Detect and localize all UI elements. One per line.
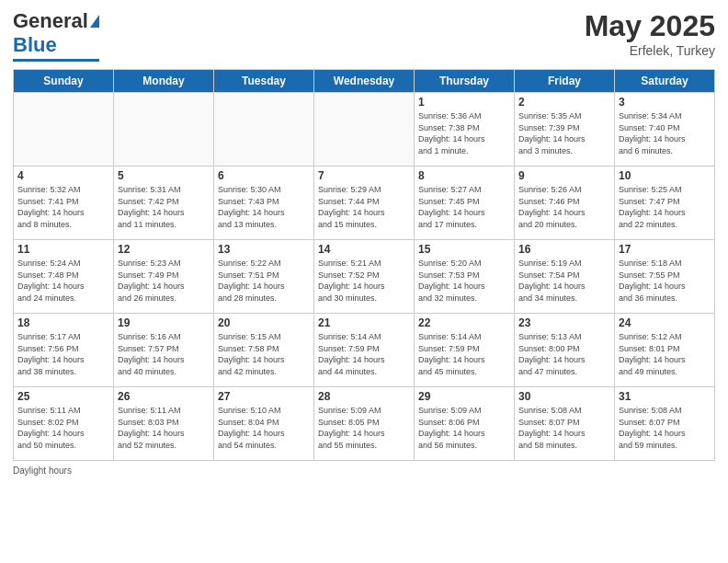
day-info: Sunrise: 5:24 AM Sunset: 7:48 PM Dayligh… [17, 258, 109, 304]
col-thursday: Thursday [415, 70, 515, 93]
day-info: Sunrise: 5:25 AM Sunset: 7:47 PM Dayligh… [619, 184, 711, 230]
day-info: Sunrise: 5:10 AM Sunset: 8:04 PM Dayligh… [218, 405, 310, 451]
day-number: 5 [118, 169, 210, 182]
table-row: 2Sunrise: 5:35 AM Sunset: 7:39 PM Daylig… [515, 93, 615, 167]
day-number: 4 [17, 169, 109, 182]
table-row: 20Sunrise: 5:15 AM Sunset: 7:58 PM Dayli… [214, 314, 314, 387]
table-row: 28Sunrise: 5:09 AM Sunset: 8:05 PM Dayli… [314, 387, 415, 461]
day-number: 31 [619, 390, 711, 403]
table-row: 11Sunrise: 5:24 AM Sunset: 7:48 PM Dayli… [14, 240, 114, 314]
logo-underline [13, 59, 99, 62]
day-number: 16 [518, 243, 610, 256]
day-number: 10 [619, 169, 711, 182]
logo-blue-text: Blue [13, 33, 57, 57]
footer-text: Daylight hours [13, 465, 72, 476]
logo: General Blue [13, 9, 99, 62]
col-sunday: Sunday [14, 70, 114, 93]
table-row: 12Sunrise: 5:23 AM Sunset: 7:49 PM Dayli… [114, 240, 214, 314]
day-number: 1 [418, 96, 510, 109]
table-row: 22Sunrise: 5:14 AM Sunset: 7:59 PM Dayli… [415, 314, 515, 387]
table-row: 7Sunrise: 5:29 AM Sunset: 7:44 PM Daylig… [314, 167, 415, 240]
header: General Blue May 2025 Erfelek, Turkey [13, 9, 715, 62]
table-row: 26Sunrise: 5:11 AM Sunset: 8:03 PM Dayli… [114, 387, 214, 461]
day-number: 29 [418, 390, 510, 403]
day-info: Sunrise: 5:15 AM Sunset: 7:58 PM Dayligh… [218, 331, 310, 377]
table-row: 5Sunrise: 5:31 AM Sunset: 7:42 PM Daylig… [114, 167, 214, 240]
day-number: 22 [418, 316, 510, 329]
table-row: 14Sunrise: 5:21 AM Sunset: 7:52 PM Dayli… [314, 240, 415, 314]
calendar-week-1: 1Sunrise: 5:36 AM Sunset: 7:38 PM Daylig… [14, 93, 715, 167]
table-row: 13Sunrise: 5:22 AM Sunset: 7:51 PM Dayli… [214, 240, 314, 314]
day-info: Sunrise: 5:13 AM Sunset: 8:00 PM Dayligh… [518, 331, 610, 377]
logo-general-text: General [13, 9, 88, 33]
day-number: 28 [318, 390, 410, 403]
footer: Daylight hours [13, 465, 715, 476]
col-saturday: Saturday [615, 70, 715, 93]
day-number: 2 [518, 96, 610, 109]
calendar-title: May 2025 [585, 9, 715, 43]
day-info: Sunrise: 5:16 AM Sunset: 7:57 PM Dayligh… [118, 331, 210, 377]
table-row: 6Sunrise: 5:30 AM Sunset: 7:43 PM Daylig… [214, 167, 314, 240]
table-row: 15Sunrise: 5:20 AM Sunset: 7:53 PM Dayli… [415, 240, 515, 314]
col-friday: Friday [515, 70, 615, 93]
day-number: 14 [318, 243, 410, 256]
table-row: 23Sunrise: 5:13 AM Sunset: 8:00 PM Dayli… [515, 314, 615, 387]
table-row [314, 93, 415, 167]
calendar-location: Erfelek, Turkey [585, 43, 715, 58]
day-number: 13 [218, 243, 310, 256]
day-info: Sunrise: 5:27 AM Sunset: 7:45 PM Dayligh… [418, 184, 510, 230]
day-info: Sunrise: 5:08 AM Sunset: 8:07 PM Dayligh… [619, 405, 711, 451]
day-number: 30 [518, 390, 610, 403]
table-row: 18Sunrise: 5:17 AM Sunset: 7:56 PM Dayli… [14, 314, 114, 387]
table-row: 24Sunrise: 5:12 AM Sunset: 8:01 PM Dayli… [615, 314, 715, 387]
day-number: 12 [118, 243, 210, 256]
day-info: Sunrise: 5:17 AM Sunset: 7:56 PM Dayligh… [17, 331, 109, 377]
table-row: 9Sunrise: 5:26 AM Sunset: 7:46 PM Daylig… [515, 167, 615, 240]
day-number: 7 [318, 169, 410, 182]
day-number: 27 [218, 390, 310, 403]
table-row: 27Sunrise: 5:10 AM Sunset: 8:04 PM Dayli… [214, 387, 314, 461]
table-row: 17Sunrise: 5:18 AM Sunset: 7:55 PM Dayli… [615, 240, 715, 314]
day-info: Sunrise: 5:23 AM Sunset: 7:49 PM Dayligh… [118, 258, 210, 304]
day-number: 8 [418, 169, 510, 182]
table-row: 16Sunrise: 5:19 AM Sunset: 7:54 PM Dayli… [515, 240, 615, 314]
day-info: Sunrise: 5:22 AM Sunset: 7:51 PM Dayligh… [218, 258, 310, 304]
day-info: Sunrise: 5:12 AM Sunset: 8:01 PM Dayligh… [619, 331, 711, 377]
table-row [114, 93, 214, 167]
table-row: 21Sunrise: 5:14 AM Sunset: 7:59 PM Dayli… [314, 314, 415, 387]
day-info: Sunrise: 5:26 AM Sunset: 7:46 PM Dayligh… [518, 184, 610, 230]
day-number: 9 [518, 169, 610, 182]
calendar-week-3: 11Sunrise: 5:24 AM Sunset: 7:48 PM Dayli… [14, 240, 715, 314]
day-info: Sunrise: 5:31 AM Sunset: 7:42 PM Dayligh… [118, 184, 210, 230]
calendar-header-row: Sunday Monday Tuesday Wednesday Thursday… [14, 70, 715, 93]
day-number: 17 [619, 243, 711, 256]
day-info: Sunrise: 5:36 AM Sunset: 7:38 PM Dayligh… [418, 110, 510, 156]
day-number: 21 [318, 316, 410, 329]
table-row: 29Sunrise: 5:09 AM Sunset: 8:06 PM Dayli… [415, 387, 515, 461]
calendar-table: Sunday Monday Tuesday Wednesday Thursday… [13, 69, 715, 461]
calendar-week-2: 4Sunrise: 5:32 AM Sunset: 7:41 PM Daylig… [14, 167, 715, 240]
table-row: 30Sunrise: 5:08 AM Sunset: 8:07 PM Dayli… [515, 387, 615, 461]
day-number: 15 [418, 243, 510, 256]
table-row: 8Sunrise: 5:27 AM Sunset: 7:45 PM Daylig… [415, 167, 515, 240]
day-info: Sunrise: 5:09 AM Sunset: 8:06 PM Dayligh… [418, 405, 510, 451]
day-number: 18 [17, 316, 109, 329]
table-row: 1Sunrise: 5:36 AM Sunset: 7:38 PM Daylig… [415, 93, 515, 167]
col-tuesday: Tuesday [214, 70, 314, 93]
day-number: 19 [118, 316, 210, 329]
day-info: Sunrise: 5:11 AM Sunset: 8:03 PM Dayligh… [118, 405, 210, 451]
day-info: Sunrise: 5:35 AM Sunset: 7:39 PM Dayligh… [518, 110, 610, 156]
col-wednesday: Wednesday [314, 70, 415, 93]
table-row: 19Sunrise: 5:16 AM Sunset: 7:57 PM Dayli… [114, 314, 214, 387]
title-block: May 2025 Erfelek, Turkey [585, 9, 715, 58]
day-info: Sunrise: 5:14 AM Sunset: 7:59 PM Dayligh… [418, 331, 510, 377]
day-number: 26 [118, 390, 210, 403]
day-info: Sunrise: 5:08 AM Sunset: 8:07 PM Dayligh… [518, 405, 610, 451]
day-number: 20 [218, 316, 310, 329]
table-row [14, 93, 114, 167]
day-info: Sunrise: 5:11 AM Sunset: 8:02 PM Dayligh… [17, 405, 109, 451]
table-row: 25Sunrise: 5:11 AM Sunset: 8:02 PM Dayli… [14, 387, 114, 461]
day-info: Sunrise: 5:09 AM Sunset: 8:05 PM Dayligh… [318, 405, 410, 451]
day-info: Sunrise: 5:18 AM Sunset: 7:55 PM Dayligh… [619, 258, 711, 304]
day-number: 23 [518, 316, 610, 329]
